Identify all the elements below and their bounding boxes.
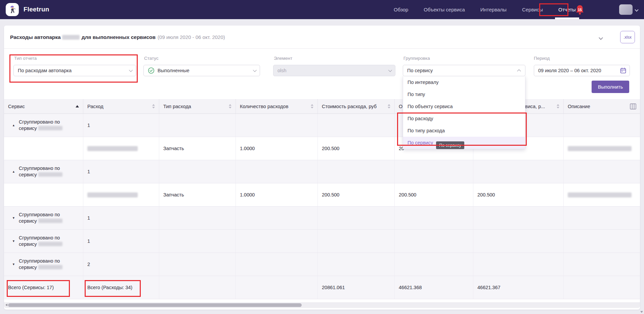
- filter-label-grouping: Группировка: [403, 56, 430, 61]
- sort-icon: [152, 104, 155, 108]
- footer-services-total: Всего (Сервисы: 17): [4, 276, 83, 299]
- notifications-bell-icon[interactable]: 15: [575, 4, 585, 15]
- grouping-option-interval[interactable]: По интервалу: [403, 76, 525, 88]
- report-period-note: (09 июля 2020 - 06 окт. 2020): [158, 34, 225, 40]
- footer-expenses-total: Всего (Расходы: 34): [83, 276, 159, 299]
- report-title: Расходы автопаркадля выполненных сервисо…: [10, 34, 225, 40]
- table-row-group[interactable]: ▲ Сгруппировано по сервису: [4, 114, 83, 137]
- status-check-icon: [148, 67, 155, 74]
- status-value: Выполненные: [158, 68, 189, 73]
- brand-title: Fleetrun: [24, 6, 49, 13]
- main-nav: Обзор Объекты сервиса Интервалы Сервисы …: [394, 0, 576, 19]
- blurred-expense-name: [87, 192, 138, 197]
- blurred-service-name: [38, 126, 62, 130]
- sort-asc-icon: [76, 105, 79, 107]
- report-card: Расходы автопаркадля выполненных сервисо…: [4, 26, 640, 310]
- report-type-value: По расходам автопарка: [18, 68, 72, 73]
- tab-reports[interactable]: Отчеты: [558, 0, 576, 19]
- element-value: olsh: [277, 68, 287, 73]
- horizontal-scrollbar[interactable]: [4, 302, 640, 308]
- grouping-option-expense[interactable]: По расходу: [403, 113, 525, 125]
- sort-icon: [229, 104, 231, 108]
- tab-overview[interactable]: Обзор: [394, 0, 408, 19]
- cell-expense-count: 1: [83, 207, 159, 230]
- footer-service-cost-total: 46621.367: [473, 276, 564, 299]
- grouping-dropdown-panel: По интервалу По типу По объекту сервиса …: [403, 76, 525, 149]
- tab-services[interactable]: Сервисы: [522, 0, 543, 19]
- blurred-service-name: [38, 172, 62, 177]
- table-row-detail: [4, 183, 83, 207]
- cell-expense-type: Запчасть: [159, 183, 236, 207]
- calendar-icon[interactable]: [620, 68, 626, 74]
- cell-quantity: 1.0000: [236, 183, 318, 207]
- status-select[interactable]: Выполненные: [143, 65, 260, 76]
- collapse-group-arrow-icon[interactable]: ▲: [12, 170, 15, 173]
- col-header-expense-type[interactable]: Тип расхода: [159, 99, 236, 114]
- table-row-group[interactable]: ▼ Сгруппировано по сервису: [4, 207, 83, 230]
- export-xlsx-button[interactable]: .xlsx: [620, 31, 635, 43]
- table-row-group[interactable]: ▼ Сгруппировано по сервису: [4, 230, 83, 253]
- cell-expense-count: 1: [83, 230, 159, 253]
- cell-expense-cost: 200.500: [318, 137, 395, 160]
- cell-expense-type: Запчасть: [159, 137, 236, 160]
- scroll-left-arrow-icon[interactable]: [5, 304, 7, 306]
- cell-expense-name: [83, 183, 159, 207]
- cell-quantity: 1.0000: [236, 137, 318, 160]
- report-title-prefix: Расходы автопарка: [10, 34, 61, 40]
- cell-expense-count: 1: [83, 114, 159, 137]
- expand-group-arrow-icon[interactable]: ▼: [12, 216, 15, 220]
- top-navbar: Fleetrun Обзор Объекты сервиса Интервалы…: [0, 0, 644, 19]
- grouping-option-type[interactable]: По типу: [403, 88, 525, 100]
- notification-badge: 15: [578, 8, 582, 12]
- filter-label-status: Статус: [144, 56, 159, 61]
- col-header-expense-cost[interactable]: Стоимость расхода, руб: [318, 99, 395, 114]
- cell-service-cost: 200.500: [473, 183, 564, 207]
- grouping-select[interactable]: По сервису: [403, 65, 525, 76]
- tab-service-objects[interactable]: Объекты сервиса: [424, 0, 465, 19]
- cell-total-cost: 200.500: [395, 183, 473, 207]
- run-report-button[interactable]: Выполнить: [592, 81, 629, 93]
- cell-expense-cost: 200.500: [318, 183, 395, 207]
- report-table: Сервис Расход Тип расхода Количество рас…: [4, 99, 640, 299]
- col-header-expense-count[interactable]: Количество расходов: [236, 99, 318, 114]
- blurred-expense-name: [87, 146, 138, 151]
- grouping-value: По сервису: [407, 68, 433, 73]
- footer-expense-cost-total: 20861.061: [318, 276, 395, 299]
- cell-expense-count: 1: [83, 160, 159, 183]
- table-row-group[interactable]: ▼ Сгруппировано по сервису: [4, 253, 83, 276]
- cell-description: [564, 137, 640, 160]
- divider: [4, 48, 640, 49]
- collapse-report-chevron-down-icon[interactable]: [599, 36, 603, 40]
- chevron-down-icon: [129, 68, 133, 72]
- column-settings-icon[interactable]: [630, 103, 636, 110]
- table-row-group[interactable]: ▲ Сгруппировано по сервису: [4, 160, 83, 183]
- collapse-group-arrow-icon[interactable]: ▲: [12, 124, 15, 127]
- col-header-service[interactable]: Сервис: [4, 99, 83, 114]
- tab-intervals[interactable]: Интервалы: [480, 0, 507, 19]
- cell-description: [564, 183, 640, 207]
- report-type-select[interactable]: По расходам автопарка: [13, 65, 136, 76]
- blurred-service-name: [38, 265, 62, 269]
- avatar[interactable]: [619, 4, 633, 15]
- blurred-service-name: [38, 242, 62, 246]
- grouping-option-tooltip: По сервису: [436, 141, 464, 149]
- footer-total-cost-total: 46621.368: [395, 276, 473, 299]
- grouping-option-service-object[interactable]: По объекту сервиса: [403, 100, 525, 113]
- table-row-detail: [4, 137, 83, 160]
- horizontal-scrollbar-thumb[interactable]: [8, 303, 302, 307]
- chevron-down-icon: [253, 68, 257, 72]
- fleetrun-logo-icon[interactable]: [6, 3, 19, 16]
- col-header-expense[interactable]: Расход: [83, 99, 159, 114]
- user-menu-chevron-down-icon[interactable]: [635, 8, 638, 11]
- expand-group-arrow-icon[interactable]: ▼: [12, 239, 15, 243]
- chevron-down-icon: [388, 68, 392, 72]
- period-input[interactable]: 09 июля 2020 – 06 окт. 2020: [534, 65, 630, 76]
- grouping-option-expense-type[interactable]: По типу расхода: [403, 125, 525, 137]
- col-header-description[interactable]: Описание: [564, 99, 640, 114]
- blurred-description: [568, 192, 632, 197]
- scroll-down-arrow-icon[interactable]: [640, 311, 643, 313]
- filter-label-period: Период: [534, 56, 550, 61]
- fleetrun-app: { "navbar": { "brand": "Fleetrun", "item…: [0, 0, 644, 314]
- cell-expense-name: [83, 137, 159, 160]
- expand-group-arrow-icon[interactable]: ▼: [12, 263, 15, 266]
